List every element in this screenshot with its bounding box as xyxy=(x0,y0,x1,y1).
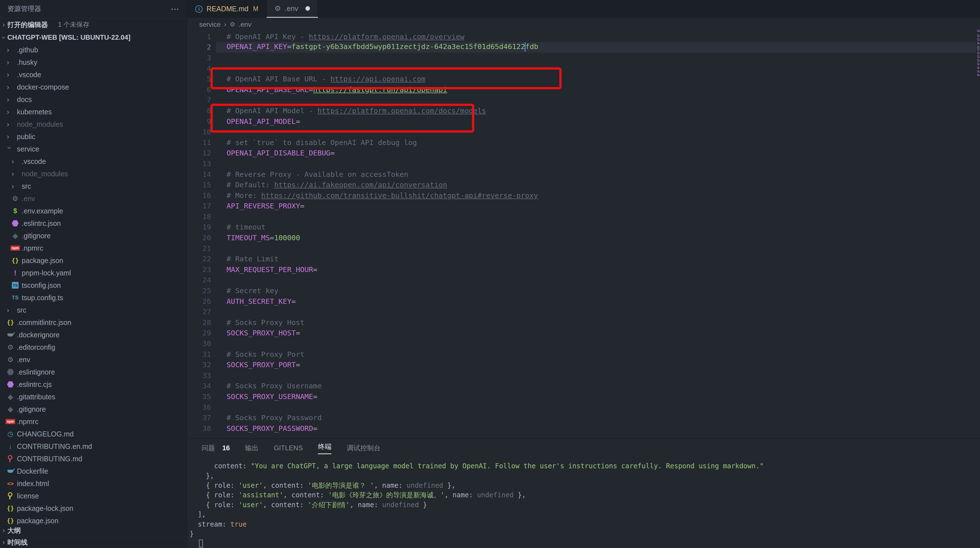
more-actions-icon[interactable]: ⋯ xyxy=(171,4,180,14)
editor-line-27: 27 xyxy=(188,307,980,317)
tree-item-.eslintrc.json[interactable]: .eslintrc.json xyxy=(0,217,187,230)
annotation-box-base-url xyxy=(210,104,474,133)
folder-chevron: › xyxy=(6,120,16,129)
braces-icon xyxy=(6,516,15,525)
tree-item-tsconfig.json[interactable]: tsconfig.json xyxy=(0,279,187,291)
tree-item-tsup.config.ts[interactable]: tsup.config.ts xyxy=(0,291,187,304)
breadcrumb[interactable]: service › ⚙ .env xyxy=(188,18,980,31)
tree-item-.npmrc[interactable]: .npmrc xyxy=(0,242,187,254)
breadcrumb-folder[interactable]: service xyxy=(199,21,221,29)
minimap-mark xyxy=(977,59,980,60)
tree-item-CHANGELOG.md[interactable]: CHANGELOG.md xyxy=(0,428,187,440)
open-editors-section[interactable]: › 打开的编辑器 1 个未保存 xyxy=(0,18,187,31)
html-icon xyxy=(6,479,15,488)
tab-README.md[interactable]: iREADME.mdM xyxy=(188,0,267,18)
dirty-dot-icon[interactable] xyxy=(305,6,310,11)
key-yellow-icon xyxy=(6,492,13,500)
clock-icon xyxy=(6,430,15,438)
line-number: 19 xyxy=(188,223,211,231)
editor-line-32: 32SOCKS_PROXY_PORT= xyxy=(188,359,980,370)
tree-item-license[interactable]: license xyxy=(0,490,187,502)
tree-item-package-lock.json[interactable]: package-lock.json xyxy=(0,502,187,515)
tree-item-CONTRIBUTING.md[interactable]: CONTRIBUTING.md xyxy=(0,453,187,465)
tree-item-CONTRIBUTING.en.md[interactable]: CONTRIBUTING.en.md xyxy=(0,440,187,453)
tree-item-.env.example[interactable]: .env.example xyxy=(0,205,187,217)
breadcrumb-file[interactable]: .env xyxy=(239,21,251,29)
tree-item-.gitignore[interactable]: .gitignore xyxy=(0,403,187,415)
tree-item-src[interactable]: ›src xyxy=(0,304,187,316)
sidebar-section-大纲[interactable]: ›大纲 xyxy=(0,524,187,536)
tree-item-src[interactable]: ›src xyxy=(0,180,187,192)
panel-tab-问题[interactable]: 问题16 xyxy=(202,439,230,457)
problems-count: 16 xyxy=(222,444,230,452)
tab-.env[interactable]: ⚙.env xyxy=(267,0,318,18)
editor-line-19: 19# timeout xyxy=(188,222,980,233)
sidebar-section-label: 大纲 xyxy=(7,526,21,535)
tree-item-label: CHANGELOG.md xyxy=(17,430,73,438)
tree-item-.husky[interactable]: ›.husky xyxy=(0,56,187,68)
panel-tab-调试控制台[interactable]: 调试控制台 xyxy=(347,439,380,457)
terminal-line-8: } xyxy=(189,529,980,539)
tree-item-.eslintrc.cjs[interactable]: .eslintrc.cjs xyxy=(0,378,187,391)
tree-item-pnpm-lock.yaml[interactable]: pnpm-lock.yaml xyxy=(0,267,187,279)
tree-item-.github[interactable]: ›.github xyxy=(0,44,187,56)
whale-gray-icon xyxy=(6,330,15,339)
chevron-right-icon: › xyxy=(6,58,13,67)
tree-item-label: .npmrc xyxy=(17,418,38,426)
line-number: 4 xyxy=(188,64,211,73)
tree-item-public[interactable]: ›public xyxy=(0,130,187,143)
dollar-icon xyxy=(10,207,20,215)
tree-item-.eslintignore[interactable]: .eslintignore xyxy=(0,366,187,378)
chevron-right-icon: › xyxy=(10,157,18,166)
tree-item-label: tsconfig.json xyxy=(22,281,61,289)
minimap-mark xyxy=(977,42,980,43)
line-number: 31 xyxy=(188,350,211,359)
tree-item-.dockerignore[interactable]: .dockerignore xyxy=(0,329,187,341)
tree-item-docs[interactable]: ›docs xyxy=(0,93,187,106)
sidebar-section-时间线[interactable]: ›时间线 xyxy=(0,536,187,548)
tree-item-.env[interactable]: .env xyxy=(0,192,187,205)
tree-item-kubernetes[interactable]: ›kubernetes xyxy=(0,106,187,118)
tree-item-package.json[interactable]: package.json xyxy=(0,254,187,267)
minimap-mark xyxy=(977,38,980,39)
chevron-right-icon: › xyxy=(6,46,13,54)
minimap-mark xyxy=(977,46,980,47)
tree-item-.gitignore[interactable]: .gitignore xyxy=(0,230,187,242)
terminal-output[interactable]: content: "You are ChatGPT, a large langu… xyxy=(189,461,980,548)
tree-item-docker-compose[interactable]: ›docker-compose xyxy=(0,81,187,93)
minimap[interactable] xyxy=(976,30,980,199)
tree-item-.npmrc[interactable]: .npmrc xyxy=(0,415,187,428)
tree-item-.commitlintrc.json[interactable]: .commitlintrc.json xyxy=(0,316,187,329)
tree-item-index.html[interactable]: index.html xyxy=(0,477,187,490)
editor-line-29: 29SOCKS_PROXY_HOST= xyxy=(188,328,980,338)
line-number: 28 xyxy=(188,318,211,327)
tree-item-.editorconfig[interactable]: .editorconfig xyxy=(0,341,187,353)
tree-item-node_modules[interactable]: ›node_modules xyxy=(0,168,187,180)
code-lines: 1# OpenAI API Key - https://platform.ope… xyxy=(188,31,980,434)
line-number: 22 xyxy=(188,254,211,263)
tree-item-label: .npmrc xyxy=(22,244,43,252)
panel-tab-label: 输出 xyxy=(245,443,259,453)
tree-item-label: .env xyxy=(17,356,30,364)
tree-item-.vscode[interactable]: ›.vscode xyxy=(0,155,187,168)
line-number: 9 xyxy=(188,117,211,125)
tree-item-node_modules[interactable]: ›node_modules xyxy=(0,118,187,130)
tree-item-service[interactable]: ›service xyxy=(0,143,187,155)
line-number: 23 xyxy=(188,265,211,274)
panel-tab-输出[interactable]: 输出 xyxy=(245,439,259,457)
editor-line-23: 23MAX_REQUEST_PER_HOUR= xyxy=(188,264,980,275)
tree-item-.gitattributes[interactable]: .gitattributes xyxy=(0,391,187,403)
tree-item-Dockerfile[interactable]: Dockerfile xyxy=(0,465,187,477)
workspace-root-item[interactable]: › CHATGPT-WEB [WSL: UBUNTU-22.04] xyxy=(0,31,187,44)
tree-item-label: .husky xyxy=(17,58,37,67)
code-editor[interactable]: 1# OpenAI API Key - https://platform.ope… xyxy=(188,31,980,438)
line-number: 7 xyxy=(188,96,211,104)
tree-item-.vscode[interactable]: ›.vscode xyxy=(0,68,187,81)
editor-line-1: 1# OpenAI API Key - https://platform.ope… xyxy=(188,31,980,42)
panel-tab-GITLENS[interactable]: GITLENS xyxy=(274,439,303,457)
panel-tab-终端[interactable]: 终端 xyxy=(318,439,331,457)
chevron-right-icon: › xyxy=(6,120,13,129)
line-number: 3 xyxy=(188,54,211,62)
tree-item-label: .dockerignore xyxy=(17,331,59,339)
tree-item-.env[interactable]: .env xyxy=(0,353,187,366)
